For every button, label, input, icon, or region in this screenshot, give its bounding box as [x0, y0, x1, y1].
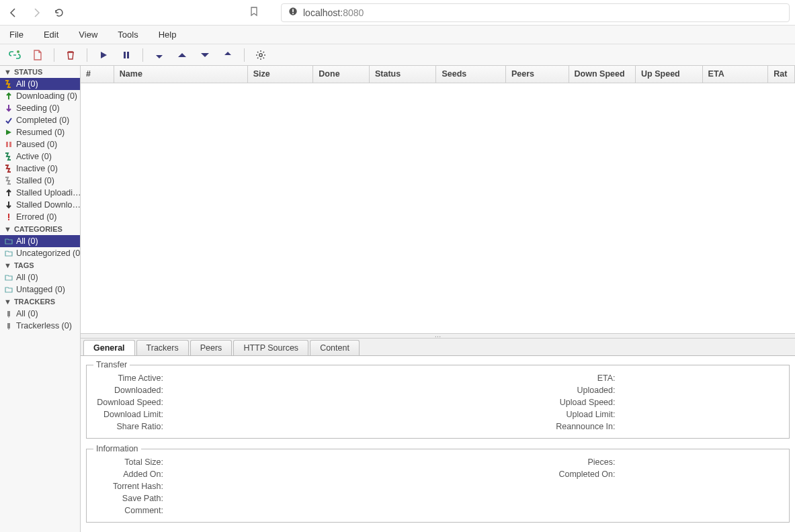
- detail-value: [620, 482, 783, 491]
- sidebar-item[interactable]: Trackerless (0): [0, 320, 80, 332]
- sidebar-header-categories[interactable]: ▼CATEGORIES: [0, 223, 80, 235]
- column-header[interactable]: #: [81, 66, 114, 83]
- column-header[interactable]: Name: [114, 66, 248, 83]
- status-icon: [4, 321, 13, 330]
- delete-button[interactable]: [61, 47, 80, 63]
- sidebar-item[interactable]: Paused (0): [0, 138, 80, 150]
- nav-forward-button[interactable]: [28, 5, 44, 21]
- column-header[interactable]: ETA: [703, 66, 769, 83]
- column-header[interactable]: Seeds: [436, 66, 506, 83]
- sidebar-item[interactable]: Completed (0): [0, 114, 80, 126]
- detail-value: [255, 494, 418, 503]
- sidebar-item[interactable]: Untagged (0): [0, 283, 80, 296]
- sidebar-item[interactable]: Active (0): [0, 150, 80, 163]
- status-icon: [4, 103, 13, 113]
- sidebar-item-label: Stalled Uploadi…: [16, 188, 80, 197]
- nav-reload-button[interactable]: [51, 5, 67, 21]
- status-icon: [4, 249, 13, 258]
- column-header[interactable]: Down Speed: [569, 66, 636, 83]
- svg-rect-5: [127, 52, 129, 58]
- svg-rect-1: [292, 9, 294, 12]
- detail-label: Upload Speed:: [418, 398, 620, 407]
- chevron-down-icon: ▼: [4, 68, 11, 76]
- sidebar-item[interactable]: All (0): [0, 271, 80, 283]
- status-icon: [4, 236, 13, 246]
- menu-tools[interactable]: Tools: [114, 28, 142, 41]
- menu-help[interactable]: Help: [155, 28, 181, 41]
- move-up-button[interactable]: [173, 47, 192, 63]
- detail-value: [255, 422, 418, 431]
- svg-rect-11: [7, 311, 10, 316]
- sidebar-item[interactable]: Errored (0): [0, 211, 80, 223]
- sidebar-item[interactable]: Stalled Downlo…: [0, 199, 80, 211]
- sidebar-item[interactable]: Stalled (0): [0, 175, 80, 187]
- url-bar[interactable]: localhost:8080: [281, 3, 790, 22]
- detail-label: Download Limit:: [93, 410, 167, 419]
- sidebar-item[interactable]: Inactive (0): [0, 163, 80, 175]
- detail-value: [255, 373, 418, 383]
- column-header[interactable]: Rat: [768, 66, 795, 83]
- sidebar-header-tags[interactable]: ▼TAGS: [0, 259, 80, 271]
- detail-value: [620, 373, 783, 383]
- move-bottom-button[interactable]: [218, 47, 237, 63]
- detail-value: [620, 422, 783, 431]
- splitter[interactable]: …: [81, 333, 795, 339]
- move-top-button[interactable]: [150, 47, 169, 63]
- add-file-button[interactable]: [28, 47, 47, 63]
- sidebar-item-label: Errored (0): [16, 212, 56, 222]
- detail-row: Total Size:Pieces:: [93, 456, 782, 468]
- svg-rect-7: [6, 142, 8, 147]
- sidebar-item[interactable]: Seeding (0): [0, 102, 80, 114]
- bookmark-icon[interactable]: [249, 6, 265, 19]
- resume-button[interactable]: [94, 47, 113, 63]
- menu-view[interactable]: View: [75, 28, 101, 41]
- detail-value: [620, 506, 783, 515]
- column-header[interactable]: Status: [370, 66, 437, 83]
- tab-http-sources[interactable]: HTTP Sources: [233, 340, 308, 355]
- sidebar-item[interactable]: All (0): [0, 308, 80, 320]
- menu-edit[interactable]: Edit: [40, 28, 62, 41]
- tab-peers[interactable]: Peers: [190, 340, 233, 355]
- add-link-button[interactable]: [5, 47, 24, 63]
- detail-label: [418, 506, 620, 515]
- sidebar-item[interactable]: All (0): [0, 78, 80, 90]
- pause-button[interactable]: [117, 47, 136, 63]
- sidebar-item[interactable]: All (0): [0, 235, 80, 247]
- tab-trackers[interactable]: Trackers: [136, 340, 189, 355]
- detail-label: Download Speed:: [93, 398, 167, 407]
- tab-content[interactable]: Content: [310, 340, 360, 355]
- detail-label: Comment:: [93, 506, 167, 515]
- move-down-button[interactable]: [196, 47, 214, 63]
- sidebar-item-label: Uncategorized (0): [16, 249, 80, 258]
- svg-rect-4: [124, 52, 126, 58]
- column-header[interactable]: Size: [248, 66, 314, 83]
- detail-label: Upload Limit:: [418, 410, 620, 419]
- detail-label: Torrent Hash:: [93, 482, 167, 491]
- detail-label: Downloaded:: [93, 386, 167, 395]
- column-header[interactable]: Up Speed: [636, 66, 703, 83]
- tab-general[interactable]: General: [83, 340, 135, 355]
- status-icon: [4, 309, 13, 318]
- detail-value: [255, 482, 418, 491]
- status-icon: [4, 116, 13, 125]
- detail-row: Added On:Completed On:: [93, 468, 782, 480]
- sidebar-item[interactable]: Stalled Uploadi…: [0, 187, 80, 199]
- nav-back-button[interactable]: [5, 5, 22, 21]
- sidebar-item[interactable]: Uncategorized (0): [0, 247, 80, 259]
- status-icon: [4, 128, 13, 137]
- column-header[interactable]: Peers: [506, 66, 569, 83]
- sidebar-item[interactable]: Downloading (0): [0, 90, 80, 102]
- menu-file[interactable]: File: [5, 28, 28, 41]
- sidebar-item[interactable]: Resumed (0): [0, 126, 80, 138]
- status-icon: [4, 140, 13, 149]
- transfer-fieldset: Transfer Time Active:ETA:Downloaded:Uplo…: [86, 360, 790, 439]
- sidebar-header-trackers[interactable]: ▼TRACKERS: [0, 296, 80, 308]
- detail-label: Time Active:: [93, 373, 167, 383]
- detail-label: Completed On:: [418, 470, 620, 479]
- torrent-list[interactable]: [81, 83, 795, 333]
- detail-label: Reannounce In:: [418, 422, 620, 431]
- settings-button[interactable]: [251, 47, 270, 63]
- sidebar-header-status[interactable]: ▼STATUS: [0, 66, 80, 78]
- detail-row: Download Speed:Upload Speed:: [93, 396, 782, 408]
- column-header[interactable]: Done: [313, 66, 370, 83]
